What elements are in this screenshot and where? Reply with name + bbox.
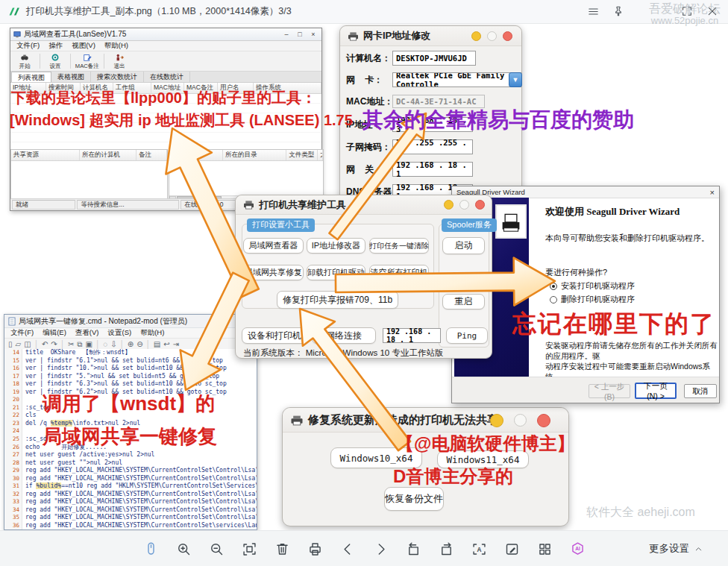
goto-icon[interactable]: ⇩ [110,340,116,348]
zoom-in-icon[interactable]: ⊕ [128,340,134,348]
wrap-icon[interactable]: ↩ [163,340,169,348]
exit-button[interactable]: 退出 [108,53,131,70]
new-file-icon[interactable]: ▯ [8,340,13,348]
column-header[interactable]: 搜索时间 [46,83,81,93]
lan-share-repair-button[interactable]: 局域网共享修复 [243,265,304,280]
paste-icon[interactable]: ▣ [85,340,92,348]
ping-ip-field[interactable]: 192 .168 . 18 . 1 [383,328,441,343]
minimize-icon[interactable]: – [281,31,292,38]
network-connections-button[interactable]: 网络连接 [312,327,376,344]
redo-icon[interactable]: ↷ [51,340,57,348]
print-icon[interactable] [306,540,324,558]
minimize-light[interactable] [444,200,454,210]
ip-changer-button[interactable]: IP地址修改器 [307,238,365,254]
fix-error-709-button[interactable]: 修复打印共享报错709、11b [277,291,398,309]
column-header[interactable]: 所在的目录 [223,150,286,160]
zoom-out-icon[interactable]: ⊖ [136,340,142,348]
wizard-titlebar[interactable]: Seagull Driver Wizard × [452,186,719,198]
settings-button[interactable]: 设置 [44,53,66,70]
menu-item[interactable]: 帮助(H) [101,41,132,51]
zoom-out-icon[interactable] [207,540,225,558]
next-button[interactable]: 下一页(N) > [635,383,677,399]
radio-install-driver[interactable]: 安装打印机驱动程序 [550,280,635,292]
menu-item[interactable]: 编辑(E) [38,328,71,338]
pin-icon[interactable] [609,1,628,21]
more-settings-button[interactable]: 更多设置 [649,531,703,566]
menu-item[interactable]: 查看(V) [71,328,104,338]
menu-item[interactable]: 设置(S) [103,328,136,338]
code-editor[interactable]: 14title OKShare 【制作：wnsdt】15ver | findst… [4,349,257,529]
maximize-light[interactable] [459,200,469,210]
column-header[interactable]: 计算机名 [81,83,113,93]
open-file-icon[interactable]: ▱ [16,340,22,348]
uninstall-driver-button[interactable]: 卸载打印机驱动 [307,265,365,280]
grid-icon[interactable] [536,540,553,558]
ip-field[interactable]: 192 .168 . 18 . 3 [392,117,473,132]
restore-backup-button[interactable]: 恢复备份文件 [384,487,444,511]
lan-viewer-button[interactable]: 局域网查看器 [243,238,304,254]
spooler-start-button[interactable]: 启动 [442,237,485,254]
close-light[interactable] [537,414,550,427]
edit-icon[interactable] [503,540,521,558]
cancel-button[interactable]: 取消 [684,384,717,398]
column-header[interactable]: 工作组 [113,83,151,93]
maximize-icon[interactable]: □ [295,31,305,38]
ping-button[interactable]: Ping [446,327,488,344]
column-header[interactable]: 共享资源 [169,150,223,160]
menu-item[interactable]: 文件(F) [13,41,43,51]
cut-icon[interactable]: ✂ [68,340,74,348]
maximize-light[interactable] [487,31,497,41]
fullscreen-icon[interactable] [677,1,697,21]
menu-item[interactable]: 文件(F) [6,328,38,338]
menu-item[interactable]: 视图(V) [68,41,99,51]
rotate-left-icon[interactable] [404,540,422,558]
menu-item[interactable]: 帮助(H) [136,328,169,338]
view-icon[interactable]: ▤ [154,340,160,348]
prev-icon[interactable] [339,540,357,558]
column-header[interactable]: MAC备注 [184,83,218,93]
tab[interactable]: 搜索次数统计 [91,72,144,82]
close-light[interactable] [475,200,485,210]
computer-name-field[interactable]: DESKTOP-JMVU6JD [392,51,476,66]
column-header[interactable]: 操作系统 [254,83,321,93]
tab[interactable]: 列表视图 [11,72,51,82]
minimize-light[interactable] [490,414,503,427]
radio-remove-driver[interactable]: 删除打印机驱动程序 [550,294,635,305]
menu-item[interactable]: 操作 [45,41,66,51]
close-icon[interactable] [703,1,722,21]
column-header[interactable]: 用户名 [218,83,254,93]
clear-printers-button[interactable]: 清空所有打印机 [369,265,429,280]
spooler-restart-button[interactable]: 重启 [442,294,485,309]
fit-screen-icon[interactable] [240,540,258,558]
find-icon[interactable]: ◌ [103,340,107,348]
column-header[interactable]: 大小 [318,150,323,160]
mask-field[interactable]: 255 .255 .255 . 0 [392,139,473,154]
column-header[interactable]: 所在的计算机 [80,150,136,160]
delete-icon[interactable] [273,540,291,558]
mac-note-button[interactable]: MAC备注 [75,53,100,70]
windows11-button[interactable]: Windows11_x64 [437,450,529,468]
column-header[interactable]: 共享资源 [11,150,80,160]
clear-print-jobs-button[interactable]: 打印任务一键清除 [369,238,429,254]
lansee-titlebar[interactable]: 局域网查看工具(LanSee)V1.75 – □ × [10,28,321,41]
ocr-icon[interactable]: A [470,540,488,558]
column-header[interactable]: 文件类型 [286,150,318,160]
close-light[interactable] [503,31,512,41]
mouse-icon[interactable] [142,540,160,558]
undo-icon[interactable]: ↶ [42,340,48,348]
gateway-field[interactable]: 192 .168 . 18 . 1 [392,162,473,177]
zoom-in-icon[interactable] [175,540,192,558]
tab[interactable]: 在线数统计 [144,72,190,82]
ai-icon[interactable]: AI [568,540,586,558]
column-header[interactable]: MAC地址 [151,83,184,93]
adapter-select[interactable]: Realtek PCIe GbE Family Controlle [392,72,521,87]
rotate-right-icon[interactable] [437,540,455,558]
tab[interactable]: 表格视图 [51,72,91,82]
exit-icon[interactable]: ⇥ [173,340,179,348]
column-header[interactable]: IP地址 [10,83,46,93]
copy-icon[interactable]: ⧉ [77,340,82,349]
start-button[interactable]: 开始 [13,53,36,70]
maximize-light[interactable] [514,414,527,427]
next-icon[interactable] [371,540,389,558]
notepad-titlebar[interactable]: 局域网共享一键修复.cmd - Notepad2-mod (管理员) [4,315,257,328]
